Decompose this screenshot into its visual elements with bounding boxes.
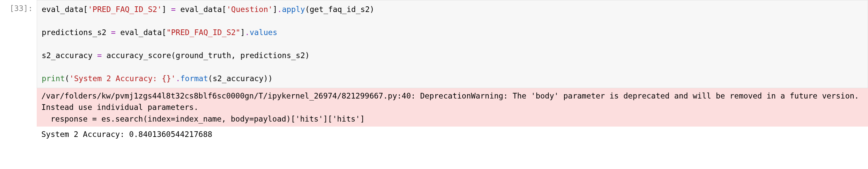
code-token: accuracy_score(ground_truth, predictions… — [102, 51, 310, 60]
code-string: "PRED_FAQ_ID_S2" — [166, 28, 241, 37]
code-token: predictions_s2 — [42, 28, 111, 37]
code-token: (get_faq_id_s2) — [305, 5, 374, 14]
code-builtin: print — [42, 74, 65, 83]
code-token: ] — [273, 5, 277, 14]
code-string: ' — [171, 74, 176, 83]
code-dot: . — [245, 28, 250, 37]
code-token: (s2_accuracy)) — [208, 74, 273, 83]
execution-count: [33]: — [10, 4, 33, 13]
cell-content: eval_data['PRED_FAQ_ID_S2'] = eval_data[… — [37, 0, 868, 142]
code-operator: = — [111, 28, 116, 37]
code-token: ] — [162, 5, 171, 14]
jupyter-cell: [33]: eval_data['PRED_FAQ_ID_S2'] = eval… — [0, 0, 868, 142]
code-token: ( — [65, 74, 69, 83]
code-string: 'Question' — [226, 5, 273, 14]
code-token: eval_data[ — [116, 28, 166, 37]
code-operator: = — [97, 51, 102, 60]
code-operator: = — [171, 5, 176, 14]
code-method: values — [250, 28, 277, 37]
code-method: format — [180, 74, 208, 83]
code-token: eval_data[ — [176, 5, 226, 14]
code-string: 'PRED_FAQ_ID_S2' — [88, 5, 162, 14]
output-area: /var/folders/kw/pvmj1zgs44l8t32cs8blf6sc… — [37, 88, 868, 142]
cell-prompt: [33]: — [0, 0, 37, 142]
code-dot: . — [277, 5, 282, 14]
deprecation-warning: /var/folders/kw/pvmj1zgs44l8t32cs8blf6sc… — [37, 88, 868, 127]
code-token: eval_data[ — [42, 5, 88, 14]
code-input-area[interactable]: eval_data['PRED_FAQ_ID_S2'] = eval_data[… — [37, 0, 868, 88]
code-dot: . — [176, 74, 181, 83]
stdout-output: System 2 Accuracy: 0.8401360544217688 — [37, 126, 868, 142]
code-method: apply — [282, 5, 305, 14]
code-token: s2_accuracy — [42, 51, 97, 60]
code-format: {} — [162, 74, 171, 83]
code-token: ] — [240, 28, 245, 37]
code-string: 'System 2 Accuracy: — [69, 74, 162, 83]
